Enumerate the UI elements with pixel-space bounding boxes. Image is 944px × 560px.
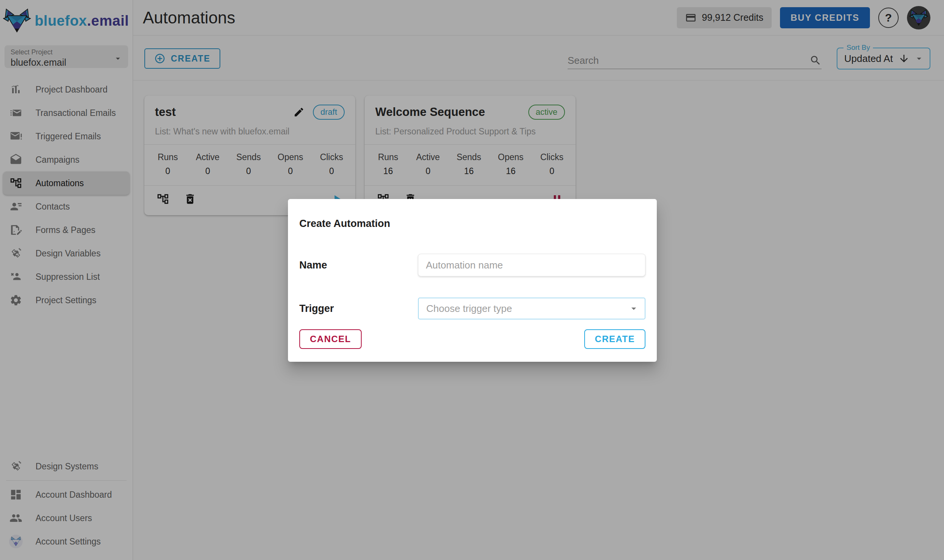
app-window: bluefox.email Select Project bluefox.ema… <box>0 0 944 560</box>
dialog-create-button[interactable]: CREATE <box>584 329 645 349</box>
name-field-label: Name <box>299 259 418 271</box>
dialog-title: Create Automation <box>299 218 645 230</box>
trigger-select-placeholder: Choose trigger type <box>426 303 512 315</box>
automation-name-input[interactable] <box>418 254 645 276</box>
create-automation-dialog: Create Automation Name Trigger Choose tr… <box>288 199 657 362</box>
trigger-field-label: Trigger <box>299 303 418 315</box>
cancel-button[interactable]: CANCEL <box>299 329 362 349</box>
chevron-down-icon <box>628 303 639 314</box>
trigger-type-select[interactable]: Choose trigger type <box>418 298 645 319</box>
